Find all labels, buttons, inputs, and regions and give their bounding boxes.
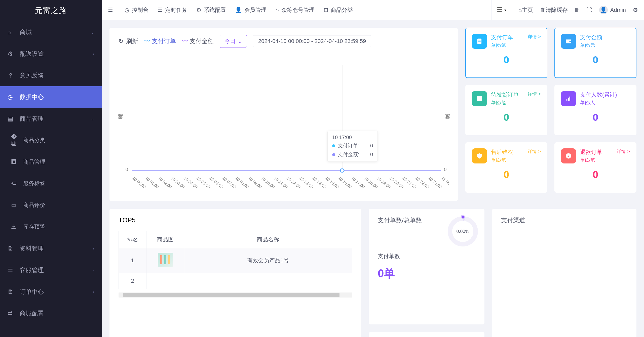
cell-img [146,248,184,273]
nav-more-dropdown[interactable]: ☰ ▾ [491,0,511,20]
shield-icon [472,148,487,163]
gauge-chart: 0.00% [448,216,478,246]
top5-title: TOP5 [119,216,352,224]
cell-name [184,273,352,289]
nav-sysconf[interactable]: ⚙系统配置 [196,6,226,14]
svg-rect-30 [478,40,480,40]
legend-pay-order[interactable]: 〰支付订单 [144,37,176,45]
wave-icon: 〰 [144,38,149,45]
sidebar-item-product-mgmt[interactable]: ▤ 商品管理 ⌄ [0,108,102,130]
chevron-down-icon: ⌄ [91,116,94,121]
stat-unit: 单位/人 [580,100,617,106]
sidebar-item-cs[interactable]: ☰ 客服管理 ‹ [0,259,102,281]
chart-tooltip: 10 17:00 支付订单:0 支付金额:0 [327,131,378,162]
stat-detail-link[interactable]: 详情 > [528,91,541,106]
chevron-left-icon: ‹ [93,289,94,294]
sidebar-item-order[interactable]: 🗎 订单中心 ‹ [0,281,102,303]
nav-cron[interactable]: ☰定时任务 [158,6,187,14]
col-rank: 排名 [119,231,146,248]
ratio-card-orders: 支付单数/总单数 0.00% 支付单数 0单 [369,209,484,324]
sidebar-item-label: 客服管理 [20,266,44,274]
svg-rect-35 [477,96,482,98]
sidebar-sub-review[interactable]: ▭ 商品评价 [0,194,102,216]
sidebar-sub-stock[interactable]: ⚠ 库存预警 [0,216,102,238]
home-icon: ⌂ [8,29,16,36]
box-icon [472,91,487,106]
cell-img [146,273,184,289]
wallet-icon [561,34,576,49]
svg-text:10 20:00: 10 20:00 [389,176,404,189]
legend-pay-amount[interactable]: 〰支付金额 [182,37,214,45]
sidebar-item-material[interactable]: 🗎 资料管理 ‹ [0,238,102,259]
stat-detail-link[interactable]: 详情 > [528,34,541,49]
user-icon: 👤 [235,7,242,13]
stat-detail-link[interactable]: 详情 > [528,148,541,163]
svg-text:10 06:00: 10 06:00 [209,176,224,189]
topbar: ☰ ◷控制台 ☰定时任务 ⚙系统配置 👤会员管理 ○众筹仓号管理 ⊞商品分类 ☰… [102,0,644,20]
stat-card-pending-ship: 待发货订单 单位/笔 详情 > 0 [465,85,547,135]
product-thumb [158,253,173,267]
svg-text:10 21:00: 10 21:00 [402,176,417,189]
sidebar-item-mall-cfg[interactable]: ⇄ 商城配置 [0,303,102,324]
svg-rect-34 [477,97,482,101]
sidebar-sub-product[interactable]: 🞑 商品管理 [0,151,102,173]
sidebar: 元富之路 ⌂ 商城 ⌄ ⚙ 配送设置 ‹ ？ 意见反馈 ◷ 数据中心 ▤ [0,0,102,337]
svg-rect-36 [566,99,567,101]
menu-toggle-button[interactable]: ☰ [108,7,116,13]
svg-point-3 [340,169,344,172]
date-range-picker[interactable]: 2024-04-10 00:00:00 - 2024-04-10 23:59:5… [253,35,371,47]
gear-icon: ⚙ [8,50,16,57]
date-today-select[interactable]: 今日⌄ [220,35,247,48]
svg-text:10 02:00: 10 02:00 [157,176,173,189]
channel-title: 支付渠道 [501,216,627,224]
nav-user[interactable]: 👤Admin [599,6,626,14]
trash-icon: 🗑 [540,7,546,13]
sidebar-item-label: 商品分类 [23,137,45,144]
sidebar-item-data-center[interactable]: ◷ 数据中心 [0,86,102,108]
stat-value: 0 [472,112,541,123]
chevron-down-icon: ⌄ [91,29,94,35]
nav-settings[interactable]: ⚙ [633,7,638,13]
tooltip-time: 10 17:00 [332,135,373,140]
svg-text:10 03:00: 10 03:00 [170,176,185,189]
stat-title: 支付金额 [580,34,602,41]
svg-text:10 16:00: 10 16:00 [337,176,353,189]
sidebar-item-feedback[interactable]: ？ 意见反馈 [0,65,102,86]
refresh-button[interactable]: ↻刷新 [119,37,138,45]
chevron-left-icon: ‹ [93,268,94,273]
svg-text:10 08:00: 10 08:00 [234,176,250,189]
table-row[interactable]: 1 有效会员产品1号 [119,248,352,273]
sidebar-item-delivery[interactable]: ⚙ 配送设置 ‹ [0,43,102,65]
stat-title: 支付人数(累计) [580,91,617,99]
nav-barcode[interactable]: ⊪ [575,7,580,13]
horizontal-scrollbar[interactable] [119,292,352,298]
nav-console[interactable]: ◷控制台 [125,6,148,14]
nav-fullscreen[interactable]: ⛶ [587,7,592,13]
svg-text:10 23:00: 10 23:00 [427,176,443,189]
nav-clear-cache[interactable]: 🗑清除缓存 [540,6,568,14]
chart-card: ↻刷新 〰支付订单 〰支付金额 今日⌄ 2024-04-10 00:00:00 … [109,28,458,201]
nav-home[interactable]: ⌂主页 [518,6,533,14]
cell-name: 有效会员产品1号 [184,248,352,273]
expand-icon: ⛶ [587,7,592,13]
menu-icon: ☰ [497,6,503,14]
sidebar-item-mall[interactable]: ⌂ 商城 ⌄ [0,21,102,43]
stat-detail-link[interactable]: 详情 > [617,148,630,163]
nav-crowd[interactable]: ○众筹仓号管理 [276,6,315,14]
wave-icon: 〰 [182,38,187,45]
svg-text:10 11:00: 10 11:00 [273,176,288,189]
table-row[interactable]: 2 [119,273,352,289]
barcode-icon: ⊪ [575,7,580,13]
line-chart[interactable]: 支付订单 支付金额 0 0 10 00:0010 01:0010 02:0010… [119,50,449,196]
stat-value: 0 [561,112,630,123]
sidebar-sub-category[interactable]: �⿻ 商品分类 [0,130,102,151]
svg-text:10 10:00: 10 10:00 [260,176,276,189]
gauge-value: 0.00% [452,221,473,242]
nav-category[interactable]: ⊞商品分类 [324,6,353,14]
nav-member[interactable]: 👤会员管理 [235,6,267,14]
sidebar-item-label: 数据中心 [20,93,44,101]
briefcase-icon: 🞑 [11,159,19,165]
sidebar-sub-tag[interactable]: 🏷 服务标签 [0,173,102,194]
list-icon: ☰ [158,7,163,13]
svg-text:10 19:00: 10 19:00 [376,176,392,189]
